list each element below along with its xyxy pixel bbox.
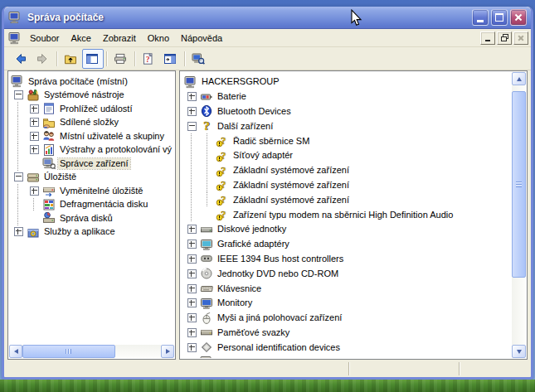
menu-item-okno[interactable]: Okno [142,31,175,45]
tree-item[interactable]: ?Základní systémové zařízení [184,178,512,193]
expander-plus-icon[interactable] [30,104,39,114]
unknown-device-icon: ?? [200,119,213,133]
tree-item[interactable]: Diskové jednotky [184,222,512,237]
tree-item[interactable]: Vyměnitelné úložiště [11,184,174,198]
up-one-level-button[interactable] [61,49,82,69]
tree-item[interactable]: Monitory [184,296,512,311]
tree-item[interactable]: ?Základní systémové zařízení [184,163,512,178]
computer-management-window: Správa počítače SouborAkceZobrazitOknoNá… [2,7,533,380]
tree-item[interactable]: Baterie [184,90,512,104]
tree-item[interactable]: ?Zařízení typu modem na sběrnici High De… [184,207,512,222]
scrollbar-thumb[interactable] [512,91,526,278]
show-hide-console-tree-button[interactable] [82,49,104,69]
expander-minus-icon[interactable] [14,172,23,181]
tree-item[interactable]: IEEE 1394 Bus host controllers [184,252,512,267]
forward-button[interactable] [32,49,54,69]
tree-item[interactable]: Paměťové svazky [184,326,512,341]
expander-plus-icon[interactable] [187,284,197,293]
tree-indent [200,207,216,222]
menu-item-zobrazit[interactable]: Zobrazit [97,31,142,45]
expander-plus-icon[interactable] [14,227,23,236]
tree-indent [27,143,42,157]
mdi-close-button-disabled[interactable] [513,31,528,45]
tree-item-label: Paměťové svazky [216,327,291,338]
scroll-up-button[interactable] [512,72,526,85]
tree-item[interactable]: Systémové nástroje [11,89,174,103]
tree-item[interactable]: Počítač [184,355,512,358]
expander-plus-icon[interactable] [187,313,197,322]
tree-item[interactable]: Klávesnice [184,281,512,296]
tree-item[interactable]: ??Další zařízení [184,119,512,133]
expander-plus-icon[interactable] [30,132,39,141]
tree-indent [200,133,216,148]
arrow-left-icon [14,52,27,65]
tree-item-label: Základní systémové zařízení [231,195,351,206]
tree-item[interactable]: HACKERSGROUP [184,75,512,90]
tree-item[interactable]: Služby a aplikace [11,225,174,240]
tree-item[interactable]: Defragmentácia disku [11,198,174,212]
scan-hardware-changes-button[interactable] [188,49,210,69]
tree-item-label: Úložiště [42,172,78,182]
keyboard-icon [200,282,213,295]
close-button[interactable] [510,9,527,26]
expander-plus-icon[interactable] [187,225,197,234]
maximize-button[interactable] [491,9,508,26]
tree-item[interactable]: Grafické adaptéry [184,237,512,252]
tree-item[interactable]: Prohlížeč událostí [11,102,174,116]
tree-indent [184,311,200,326]
tree-item-label: Monitory [216,298,254,308]
expander-plus-icon[interactable] [187,254,197,264]
removable-storage-icon [42,184,56,197]
expander-minus-icon[interactable] [14,90,23,99]
scroll-down-button[interactable] [512,345,526,358]
menu-item-akce[interactable]: Akce [65,31,96,45]
tree-item[interactable]: Myši a jiná polohovací zařízení [184,311,512,326]
title-bar[interactable]: Správa počítače [4,7,531,29]
show-action-pane-button[interactable] [160,49,182,69]
tree-item-label: Systémové nástroje [42,90,126,100]
tree-item-label: Zařízení typu modem na sběrnici High Def… [231,210,455,220]
expander-plus-icon[interactable] [187,92,197,101]
tree-item[interactable]: Místní uživatelé a skupiny [11,129,174,143]
menu-item-napoveda[interactable]: Nápověda [175,31,228,45]
help-button[interactable]: ? [139,49,160,69]
tree-item[interactable]: ?Síťový adaptér [184,148,512,163]
tree-item-label: Služby a aplikace [42,226,117,237]
tree-item[interactable]: Správa disků [11,211,174,225]
print-button[interactable] [110,49,132,69]
tree-item[interactable]: Úložiště [11,171,174,185]
tree-item[interactable]: Bluetooth Devices [184,104,512,119]
computer-icon [184,75,197,89]
tree-indent [184,340,200,355]
expander-plus-icon[interactable] [30,186,39,196]
expander-plus-icon[interactable] [187,107,197,116]
tree-item[interactable]: ?Základní systémové zařízení [184,192,512,207]
minimize-button[interactable] [472,9,489,26]
expander-plus-icon[interactable] [30,145,39,154]
scroll-left-button[interactable] [9,345,22,358]
scroll-right-button[interactable] [161,345,174,358]
tree-item[interactable]: Správa počítače (místní) [11,75,174,89]
expander-plus-icon[interactable] [187,328,197,337]
tree-item[interactable]: Sdílené složky [11,116,174,130]
expander-plus-icon[interactable] [187,343,197,352]
mdi-minimize-button[interactable] [480,31,495,45]
expander-minus-icon[interactable] [187,122,197,131]
menu-item-soubor[interactable]: Soubor [24,31,65,45]
expander-plus-icon[interactable] [187,240,197,249]
expander-plus-icon[interactable] [187,269,197,278]
expander-plus-icon[interactable] [30,118,39,127]
tree-item[interactable]: Výstrahy a protokolování vý [11,143,174,157]
mdi-restore-button[interactable] [497,31,512,45]
tree-item[interactable]: Jednotky DVD nebo CD-ROM [184,266,512,281]
console-tree: Správa počítače (místní)Systémové nástro… [9,72,174,345]
scrollbar-thumb[interactable] [22,345,115,358]
horizontal-scrollbar[interactable] [9,345,174,358]
tree-item[interactable]: ?Řadič sběrnice SM [184,133,512,148]
back-button[interactable] [11,49,32,69]
expander-plus-icon[interactable] [187,298,197,307]
tree-item[interactable]: Personal identification devices [184,340,512,355]
system-tools-icon [27,89,40,102]
vertical-scrollbar[interactable] [512,72,526,358]
tree-item[interactable]: Správce zařízení [11,157,174,171]
